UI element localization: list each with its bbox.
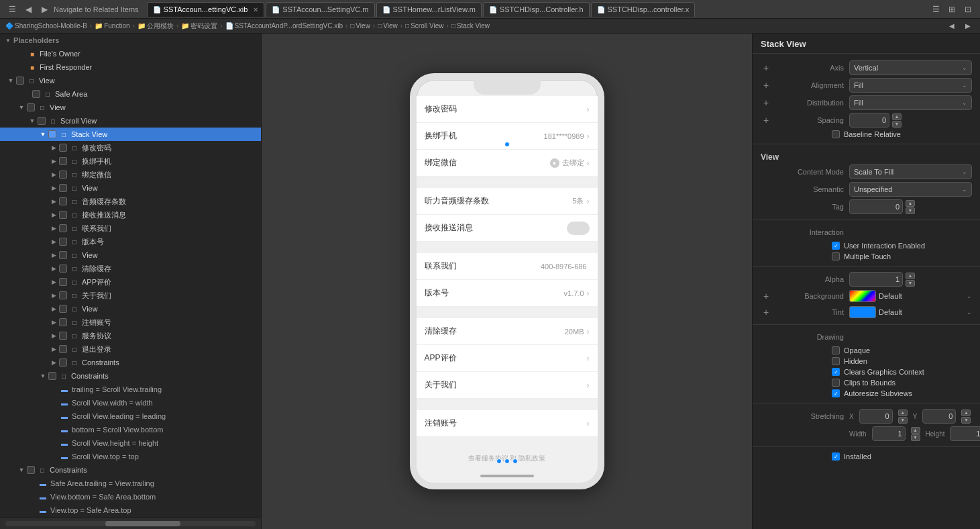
alpha-input[interactable]: 1 [849, 272, 903, 287]
breadcrumb-item-3[interactable]: 📁 密码设置 [181, 21, 217, 31]
tree-item-xiu-gai[interactable]: ▶ □ 修改密码 [0, 141, 261, 154]
constraints-outer-expander[interactable]: ▼ [16, 465, 27, 475]
tree-item-safe-area[interactable]: □ Safe Area [0, 87, 261, 101]
baseline-checkbox[interactable] [832, 130, 840, 138]
version-checkbox[interactable] [59, 238, 67, 246]
cancel-acct-expander[interactable]: ▶ [48, 317, 59, 328]
tree-item-logout[interactable]: ▶ □ 退出登录 [0, 342, 261, 356]
breadcrumb-item-5[interactable]: □ View [350, 22, 370, 30]
menu-item-wechat[interactable]: 绑定微信 ● 去绑定 › [417, 150, 598, 177]
nav-back-btn[interactable]: ◀ [21, 3, 35, 16]
constraints-inner-checkbox[interactable] [59, 358, 67, 367]
view-b-expander[interactable]: ▶ [48, 250, 59, 260]
tree-constraint-width[interactable]: ▬ Scroll View.width = width [0, 396, 261, 410]
distribution-add-btn[interactable]: + [761, 97, 771, 108]
tree-outer-constraint-2[interactable]: ▬ View.bottom = Safe Area.bottom [0, 490, 261, 503]
breadcrumb-item-4[interactable]: 📄 SSTAccountAndP...ordSettingVC.xib [225, 22, 343, 30]
tree-item-huan-bang[interactable]: ▶ □ 换绑手机 [0, 154, 261, 168]
bing-ding-checkbox[interactable] [59, 171, 67, 179]
content-mode-select[interactable]: Scale To Fill ⌄ [849, 164, 972, 179]
spacing-stepper-down[interactable]: ▼ [892, 121, 902, 128]
tag-stepper-down[interactable]: ▼ [906, 207, 915, 214]
tab-4[interactable]: 📄 SSTCHDisp...Controller.h [483, 2, 590, 17]
left-panel-scrollbar[interactable] [5, 521, 256, 526]
tree-item-view-inner[interactable]: ▼ □ View [0, 101, 261, 114]
constraints-inner-expander[interactable]: ▶ [48, 357, 59, 368]
hidden-checkbox[interactable] [832, 357, 840, 365]
tree-item-view-b[interactable]: ▶ □ View [0, 248, 261, 262]
width-up[interactable]: ▲ [911, 427, 920, 434]
menu-item-cancel-account[interactable]: 注销账号 › [417, 410, 598, 437]
clear-cache-expander[interactable]: ▶ [48, 263, 59, 274]
clears-graphics-checkbox[interactable]: ✓ [832, 368, 840, 376]
tree-constraint-leading[interactable]: ▬ Scroll View.leading = leading [0, 410, 261, 423]
tree-item-stack-view[interactable]: ▼ □ Stack View [0, 128, 261, 141]
push-checkbox[interactable] [59, 211, 67, 219]
menu-btn[interactable]: ☰ [929, 3, 942, 16]
width-input[interactable]: 1 [872, 426, 906, 441]
service-expander[interactable]: ▶ [48, 330, 59, 341]
tree-item-view-a[interactable]: ▶ □ View [0, 181, 261, 195]
tree-item-clear-cache[interactable]: ▶ □ 清除缓存 [0, 262, 261, 275]
tree-item-constraints-scroll[interactable]: ▼ □ Constraints [0, 369, 261, 383]
breadcrumb-next-btn[interactable]: ▶ [961, 19, 975, 33]
stretching-y-up[interactable]: ▲ [961, 410, 971, 416]
view-b-checkbox[interactable] [59, 251, 67, 259]
tree-item-audio[interactable]: ▶ □ 音频缓存条数 [0, 195, 261, 208]
stretching-y-down[interactable]: ▼ [961, 417, 971, 424]
tree-item-constraints-outer[interactable]: ▼ □ Constraints [0, 463, 261, 477]
contact-checkbox[interactable] [59, 224, 67, 232]
tree-item-view-root[interactable]: ▼ □ View [0, 74, 261, 87]
tree-item-cancel-acct[interactable]: ▶ □ 注销账号 [0, 316, 261, 329]
view-root-expander[interactable]: ▼ [5, 75, 16, 86]
stretching-x-input[interactable]: 0 [859, 409, 893, 424]
distribution-select[interactable]: Fill ⌄ [849, 95, 972, 110]
menu-item-contact[interactable]: 联系我们 400-8976-686 [417, 253, 598, 280]
tree-constraint-top[interactable]: ▬ Scroll View.top = top [0, 450, 261, 463]
tree-item-bing-ding[interactable]: ▶ □ 绑定微信 [0, 168, 261, 181]
opaque-checkbox[interactable] [832, 346, 840, 354]
axis-add-btn[interactable]: + [761, 62, 771, 73]
tree-item-contact[interactable]: ▶ □ 联系我们 [0, 222, 261, 235]
app-review-checkbox[interactable] [59, 278, 67, 286]
axis-select[interactable]: Vertical ⌄ [849, 60, 972, 75]
tree-item-scroll-view[interactable]: ▼ □ Scroll View [0, 114, 261, 128]
selection-handle-center[interactable] [504, 459, 510, 464]
alignment-select[interactable]: Fill ⌄ [849, 78, 972, 93]
service-checkbox[interactable] [59, 332, 67, 340]
app-review-expander[interactable]: ▶ [48, 277, 59, 287]
logout-expander[interactable]: ▶ [48, 344, 59, 354]
tree-item-constraints-inner[interactable]: ▶ □ Constraints [0, 356, 261, 369]
menu-item-change-password[interactable]: 修改密码 › [417, 96, 598, 123]
huan-bang-checkbox[interactable] [59, 157, 67, 165]
width-down[interactable]: ▼ [911, 434, 920, 441]
spacing-add-btn[interactable]: + [761, 115, 771, 126]
view-a-expander[interactable]: ▶ [48, 183, 59, 193]
view-a-checkbox[interactable] [59, 184, 67, 192]
view-root-checkbox[interactable] [16, 77, 24, 85]
installed-checkbox[interactable]: ✓ [832, 452, 840, 461]
selection-handle-right[interactable] [512, 459, 518, 464]
multiple-touch-checkbox[interactable] [832, 252, 840, 260]
tab-5[interactable]: 📄 SSTCHDisp...controller.x [591, 2, 696, 17]
tree-outer-constraint-3[interactable]: ▬ View.top = Safe Area.top [0, 503, 261, 517]
tree-item-view-c[interactable]: ▶ □ View [0, 302, 261, 316]
selection-handle-left[interactable] [496, 459, 502, 464]
clips-bounds-checkbox[interactable] [832, 379, 840, 387]
menu-item-about[interactable]: 关于我们 › [417, 372, 598, 399]
audio-checkbox[interactable] [59, 197, 67, 205]
tree-item-app-review[interactable]: ▶ □ APP评价 [0, 275, 261, 289]
semantic-select[interactable]: Unspecified ⌄ [849, 182, 972, 197]
constraints-scroll-expander[interactable]: ▼ [38, 371, 48, 381]
tree-item-about[interactable]: ▶ □ 关于我们 [0, 289, 261, 302]
tree-item-version[interactable]: ▶ □ 版本号 [0, 235, 261, 248]
view-inner-expander[interactable]: ▼ [16, 102, 27, 113]
tint-color-swatch[interactable] [849, 306, 876, 318]
clear-cache-checkbox[interactable] [59, 264, 67, 273]
breadcrumb-item-8[interactable]: □ Stack View [451, 22, 490, 30]
tree-constraint-bottom[interactable]: ▬ bottom = Scroll View.bottom [0, 423, 261, 436]
breadcrumb-item-7[interactable]: □ Scroll View [405, 22, 443, 30]
center-canvas[interactable]: 修改密码 › 换绑手机 181****0989 › 绑定微信 ● [262, 34, 752, 529]
tab-1[interactable]: 📄 SSTAccoun...ettingVC.xib ✕ [147, 2, 265, 17]
alpha-stepper-up[interactable]: ▲ [906, 273, 915, 279]
